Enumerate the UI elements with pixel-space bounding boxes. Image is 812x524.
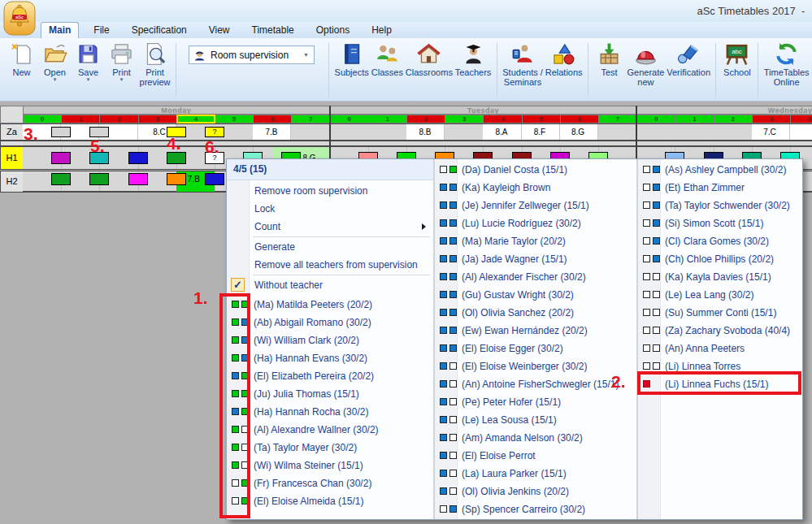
tab-file[interactable]: File	[86, 23, 116, 38]
period-header-2[interactable]: 2	[99, 115, 138, 123]
menu-item[interactable]: Remove room supervision	[227, 182, 433, 200]
menu-teacher-item[interactable]: (Ta) Taylor Mayer (30/2)	[227, 439, 433, 457]
menu-teacher-item[interactable]: (Wi) William Clark (20/2)	[227, 331, 433, 349]
menu-teacher-item[interactable]: (Ol) Olivia Sanchez (20/2)	[435, 304, 638, 322]
menu-teacher-item[interactable]: (Le) Lea Sousa (15/1)	[435, 411, 638, 429]
tab-help[interactable]: Help	[364, 23, 399, 38]
teachers-button[interactable]: Teachers	[455, 41, 491, 77]
school-button[interactable]: abcSchool	[722, 41, 752, 77]
period-header-0[interactable]: 0	[330, 115, 369, 123]
period-header-7[interactable]: 7	[291, 115, 330, 123]
menu-teacher-item[interactable]: (El) Eloise Almeida (15/1)	[227, 492, 433, 510]
dropdown-arrow-icon[interactable]: ▼	[86, 77, 91, 83]
test-button[interactable]: Test	[594, 41, 624, 77]
menu-teacher-item[interactable]: (An) Anna Peeters	[638, 340, 804, 357]
relations-button[interactable]: Relations	[545, 41, 582, 77]
classes-button[interactable]: Classes	[371, 41, 402, 77]
menu-teacher-item[interactable]: (Lu) Lucie Rodríguez (30/2)	[435, 214, 638, 232]
menu-teacher-item[interactable]: (El) Elizabeth Pereira (20/2)	[227, 367, 433, 385]
menu-teacher-item[interactable]: (Za) Zachary Svoboda (40/4)	[638, 322, 804, 340]
period-header-2[interactable]: 2	[406, 115, 445, 123]
tab-timetable[interactable]: Timetable	[245, 23, 302, 38]
menu-teacher-item[interactable]: (Al) Alexander Fischer (30/2)	[435, 268, 638, 286]
menu-teacher-item[interactable]: (Ka) Kayleigh Brown	[435, 179, 638, 197]
menu-teacher-item[interactable]: (An) Antoine FisherSchwegler (15/1)	[435, 375, 638, 393]
menu-item[interactable]: Lock	[227, 200, 433, 218]
supervision-box[interactable]	[89, 173, 109, 185]
period-header-2[interactable]: 2	[714, 115, 753, 123]
verification-button[interactable]: Verification	[667, 41, 710, 77]
view-mode-dropdown[interactable]: Room supervision▼	[189, 45, 315, 64]
period-header-3[interactable]: 3	[752, 115, 791, 123]
menu-teacher-item[interactable]: (Cl) Clara Gomes (30/2)	[638, 232, 804, 250]
menu-teacher-item[interactable]: (Am) Amanda Nelson (30/2)	[435, 429, 638, 447]
supervision-box[interactable]	[128, 152, 148, 164]
period-header-4[interactable]: 4	[176, 115, 215, 123]
menu-teacher-item[interactable]: (Sp) Spencer Carreiro (30/2)	[435, 500, 638, 518]
menu-teacher-item[interactable]: (Gu) Gustav Wright (30/2)	[435, 286, 638, 304]
menu-teacher-item[interactable]: (Ja) Jade Wagner (15/1)	[435, 250, 638, 268]
menu-item[interactable]: Without teacher✓	[227, 276, 433, 294]
za-supervision-box[interactable]: ?	[205, 127, 224, 137]
dropdown-arrow-icon[interactable]: ▼	[53, 77, 58, 83]
dropdown-arrow-icon[interactable]: ▼	[303, 52, 309, 58]
print-preview-button[interactable]: Print preview	[140, 41, 170, 87]
supervision-box[interactable]	[128, 173, 148, 185]
menu-item[interactable]: Count	[227, 218, 433, 236]
tab-specification[interactable]: Specification	[124, 23, 194, 38]
menu-item[interactable]: Generate	[227, 238, 433, 256]
tab-view[interactable]: View	[202, 23, 237, 38]
menu-teacher-item[interactable]: (Ew) Ewan Hernández (20/2)	[435, 322, 638, 340]
menu-item[interactable]: Remove all teachers from supervision	[227, 256, 433, 274]
menu-teacher-item[interactable]: (Ju) Julia Thomas (15/1)	[227, 385, 433, 403]
asc-logo-icon[interactable]: aSc	[3, 1, 36, 37]
checked-checkbox-icon[interactable]: ✓	[231, 278, 245, 292]
period-header-1[interactable]: 1	[61, 115, 100, 123]
period-header-4[interactable]: 4	[790, 115, 812, 123]
period-header-5[interactable]: 5	[522, 115, 561, 123]
menu-teacher-item[interactable]: (Fr) Francesca Chan (30/2)	[227, 474, 433, 492]
za-supervision-box[interactable]	[51, 127, 71, 137]
menu-teacher-item[interactable]: (Ta) Taylor Schwender (30/2)	[638, 197, 804, 214]
menu-teacher-item[interactable]: (As) Ashley Campbell (30/2)	[638, 161, 804, 179]
menu-teacher-item[interactable]: (El) Eloise Weinberger (30/2)	[435, 357, 638, 375]
classrooms-button[interactable]: Classrooms	[406, 41, 452, 77]
period-header-7[interactable]: 7	[598, 115, 637, 123]
supervision-box[interactable]	[167, 173, 186, 185]
menu-teacher-item[interactable]: (Ab) Abigail Romano (30/2)	[227, 314, 433, 331]
menu-teacher-item[interactable]: (Al) Alexandre Wallner (30/2)	[227, 421, 433, 439]
dropdown-arrow-icon[interactable]: ▼	[119, 77, 124, 83]
menu-teacher-item[interactable]: (Je) Jennifer Zellweger (15/1)	[435, 197, 638, 214]
menu-teacher-item[interactable]: (Su) Summer Conti (15/1)	[638, 304, 804, 322]
menu-teacher-item[interactable]: (Ha) Hannah Evans (30/2)	[227, 349, 433, 367]
menu-teacher-item[interactable]: (Ha) Hannah Rocha (30/2)	[227, 403, 433, 421]
menu-teacher-item[interactable]: (Et) Ethan Zimmer	[638, 179, 804, 197]
za-cell[interactable]	[790, 124, 812, 140]
period-header-0[interactable]: 0	[636, 115, 675, 123]
menu-teacher-item[interactable]: (Ol) Olivia Jenkins (20/2)	[435, 483, 638, 500]
menu-teacher-item[interactable]: (El) Eloise Perrot	[435, 447, 638, 465]
period-header-6[interactable]: 6	[253, 115, 292, 123]
save-button[interactable]: Save▼	[73, 41, 103, 83]
period-header-0[interactable]: 0	[23, 115, 62, 123]
timetables-online-button[interactable]: TimeTables Online	[764, 41, 809, 87]
students-seminars-button[interactable]: Students / Seminars	[503, 41, 542, 87]
menu-teacher-item[interactable]: (Le) Lea Lang (30/2)	[638, 286, 804, 304]
menu-teacher-item[interactable]: (Wi) Wilma Steiner (15/1)	[227, 457, 433, 474]
period-header-1[interactable]: 1	[675, 115, 714, 123]
period-header-3[interactable]: 3	[138, 115, 177, 123]
period-header-4[interactable]: 4	[483, 115, 522, 123]
supervision-box[interactable]	[51, 173, 71, 185]
period-header-6[interactable]: 6	[560, 115, 599, 123]
menu-teacher-item[interactable]: (Ma) Marie Taylor (20/2)	[435, 232, 638, 250]
new-button[interactable]: New	[7, 41, 37, 77]
menu-teacher-item[interactable]: (La) Laura Parker (15/1)	[435, 465, 638, 483]
print-button[interactable]: Print▼	[106, 41, 137, 83]
menu-teacher-item[interactable]: (Pe) Peter Hofer (15/1)	[435, 393, 638, 411]
subjects-button[interactable]: Subjects	[335, 41, 368, 77]
period-header-3[interactable]: 3	[445, 115, 484, 123]
menu-teacher-item[interactable]: (Ch) Chloe Phillips (20/2)	[638, 250, 804, 268]
menu-teacher-item[interactable]: (Ma) Matilda Peeters (20/2)	[227, 296, 433, 314]
supervision-box[interactable]	[205, 173, 224, 185]
generate-new-button[interactable]: Generate new	[627, 41, 664, 87]
